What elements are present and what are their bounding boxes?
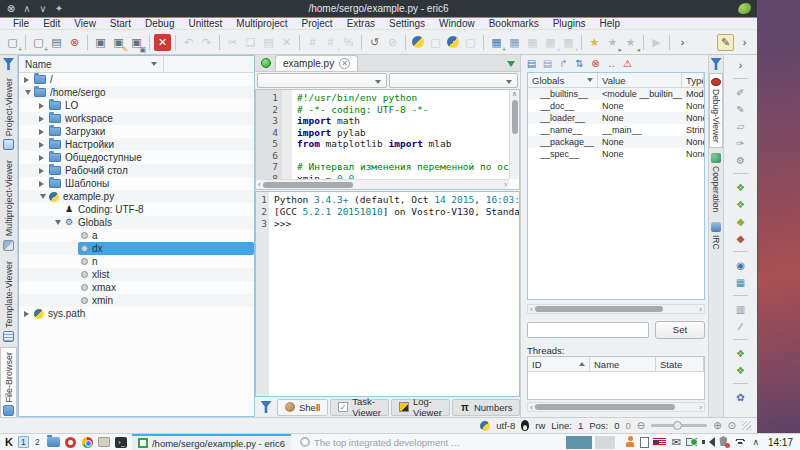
chrome-launcher[interactable]: [80, 435, 95, 449]
right-tab[interactable]: Debug-Viewer: [709, 73, 723, 148]
project-open-icon[interactable]: ▦+: [488, 34, 505, 51]
tree-item[interactable]: a: [19, 229, 254, 242]
edit-tool-icon[interactable]: ✎: [733, 101, 749, 117]
unittest-doc-icon[interactable]: ▢: [462, 34, 479, 51]
app-launcher-icon[interactable]: K: [3, 436, 15, 448]
variable-row[interactable]: __loader__ None None: [528, 112, 704, 124]
editor-tab[interactable]: example.py ✕: [275, 55, 358, 71]
opera-launcher[interactable]: [63, 435, 78, 449]
variables-icon[interactable]: ▤: [524, 56, 539, 71]
security-icon[interactable]: [717, 436, 729, 448]
slider-handle[interactable]: [673, 421, 682, 430]
twisty-icon[interactable]: [38, 155, 48, 161]
menu-item[interactable]: Project: [295, 18, 340, 30]
column-header-state[interactable]: State: [656, 357, 704, 371]
shell-code[interactable]: 1Python 3.4.3+ (default, Oct 14 2015, 16…: [256, 192, 519, 396]
variable-row[interactable]: __spec__ None None: [528, 148, 704, 160]
close-file-icon[interactable]: ⊗: [66, 34, 83, 51]
keyboard-flag-icon[interactable]: [653, 438, 666, 446]
titlebar[interactable]: ⊗∧∨✦ /home/sergo/example.py - eric6: [0, 0, 757, 18]
globals-hscrollbar[interactable]: ‹›: [527, 304, 705, 314]
variable-row[interactable]: __name__ __main__ String: [528, 124, 704, 136]
stop-icon[interactable]: ⊘: [384, 34, 401, 51]
comment-icon[interactable]: %: [340, 34, 357, 51]
menu-item[interactable]: Unittest: [181, 18, 229, 30]
terminal-launcher[interactable]: [114, 435, 129, 449]
column-header-name[interactable]: Name: [19, 56, 164, 72]
threads-hscrollbar[interactable]: ‹›: [527, 402, 705, 412]
filter-button[interactable]: [0, 55, 18, 73]
left-tab[interactable]: File-Browser: [0, 347, 17, 422]
run-icon[interactable]: ▶: [648, 34, 665, 51]
editor-panel[interactable]: 1#!/usr/bin/env python2# -*- coding: UTF…: [255, 89, 520, 190]
bottom-tab[interactable]: Task-Viewer: [330, 399, 389, 416]
menu-item[interactable]: Window: [432, 18, 482, 30]
panel-widget-b[interactable]: [595, 436, 615, 449]
column-header-id[interactable]: ID: [528, 357, 590, 371]
menu-item[interactable]: Plugins: [546, 18, 593, 30]
twisty-icon[interactable]: [38, 116, 48, 122]
column-header-globals[interactable]: Globals: [528, 73, 598, 87]
save-icon[interactable]: ▣: [92, 34, 109, 51]
left-tab[interactable]: Template-Viewer: [0, 256, 17, 347]
twisty-icon[interactable]: [38, 103, 48, 109]
image-tool-icon[interactable]: ▦: [733, 274, 749, 290]
left-tab[interactable]: Project-Viewer: [0, 73, 17, 155]
window-close-icon[interactable]: ⊗: [4, 2, 18, 16]
undo-icon[interactable]: ↶: [180, 34, 197, 51]
archive-tool-icon[interactable]: ▥: [733, 301, 749, 317]
goto-line-icon[interactable]: #: [304, 34, 321, 51]
bottom-tab[interactable]: Log-Viewer: [391, 399, 450, 416]
twisty-icon[interactable]: [23, 87, 33, 98]
save-all-icon[interactable]: ▣▣: [128, 34, 145, 51]
twisty-icon[interactable]: [38, 168, 48, 174]
paste-icon[interactable]: ▤: [260, 34, 277, 51]
editor-hscrollbar[interactable]: ‹›: [256, 179, 509, 189]
task-button[interactable]: /home/sergo/example.py - eric6: [132, 434, 291, 450]
volume-icon[interactable]: [701, 436, 713, 448]
locals-icon[interactable]: ▤: [540, 56, 555, 71]
tree-item[interactable]: workspace: [19, 112, 254, 125]
project-save-as-icon[interactable]: ▦▪: [560, 34, 577, 51]
slash-tool-icon[interactable]: ∕: [733, 318, 749, 334]
plugin-a-icon[interactable]: ❖: [733, 179, 749, 195]
redo-icon[interactable]: ↷: [198, 34, 215, 51]
tree-item[interactable]: Настройки: [19, 138, 254, 151]
bottom-tab[interactable]: Shell: [277, 399, 328, 416]
tree-item[interactable]: Рабочий стол: [19, 164, 254, 177]
twisty-icon[interactable]: [23, 311, 33, 317]
window-shade-down-icon[interactable]: ∨: [36, 2, 50, 16]
tree-item[interactable]: dx: [19, 242, 254, 255]
project-close-icon[interactable]: ▦: [524, 34, 541, 51]
menu-item[interactable]: View: [67, 18, 103, 30]
menu-item[interactable]: File: [6, 18, 36, 30]
column-header-value[interactable]: Value: [598, 73, 682, 87]
twisty-icon[interactable]: [38, 142, 48, 148]
toolbar-overflow-icon[interactable]: ›: [674, 34, 691, 51]
symbols-combo[interactable]: [389, 73, 519, 88]
virtual-desktop-cell[interactable]: 1: [18, 436, 29, 448]
panel-widget-a[interactable]: [566, 436, 592, 449]
plugin-d-icon[interactable]: ◆: [733, 230, 749, 246]
column-header-blank[interactable]: [164, 56, 254, 72]
window-shade-up-icon[interactable]: ∧: [20, 2, 34, 16]
bug-tool-icon[interactable]: ❖: [733, 345, 749, 361]
plugin-c-icon[interactable]: ◆: [733, 213, 749, 229]
variable-row[interactable]: __doc__ None None: [528, 100, 704, 112]
goto-brace-icon[interactable]: #›: [322, 34, 339, 51]
editor-code[interactable]: 1#!/usr/bin/env python2# -*- coding: UTF…: [256, 90, 509, 179]
menu-item[interactable]: Help: [593, 18, 628, 30]
tree-item[interactable]: LO: [19, 99, 254, 112]
plugin-b-icon[interactable]: ❖: [733, 196, 749, 212]
menu-item[interactable]: Edit: [36, 18, 67, 30]
menu-item[interactable]: Debug: [138, 18, 181, 30]
cut-icon[interactable]: ✂: [224, 34, 241, 51]
exceptions-icon[interactable]: ⚠: [620, 56, 635, 71]
twisty-icon[interactable]: [38, 191, 48, 202]
menu-item[interactable]: Start: [103, 18, 138, 30]
shell-filter-button[interactable]: [257, 398, 275, 416]
tree-item[interactable]: /home/sergo: [19, 86, 254, 99]
right-tab[interactable]: IRC: [709, 217, 723, 255]
zoom-out-icon[interactable]: ⊖: [637, 420, 645, 431]
show-source-icon[interactable]: ↱: [556, 56, 571, 71]
